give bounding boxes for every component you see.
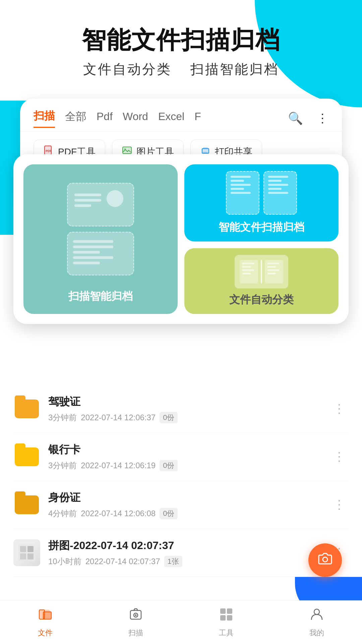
item-name-jiashizheng: 驾驶证 <box>48 394 322 409</box>
tools-nav-icon <box>219 607 234 625</box>
scan-archive-label: 扫描智能归档 <box>68 289 133 304</box>
nav-item-scan[interactable]: 扫描 <box>90 607 181 638</box>
svg-rect-22 <box>27 546 34 552</box>
nav-item-files[interactable]: 文件 <box>0 607 90 638</box>
doc-illustration <box>67 232 134 275</box>
sub-title-left: 文件自动分类 <box>83 62 172 76</box>
svg-rect-35 <box>220 615 226 621</box>
folder-icon-shenfenzheng <box>13 491 40 518</box>
list-section: 驾驶证 3分钟前 2022-07-14 12:06:37 0份 ⋮ 银行卡 3分… <box>0 385 362 577</box>
tools-nav-label: 工具 <box>219 628 234 638</box>
tab-word[interactable]: Word <box>123 110 148 126</box>
svg-rect-36 <box>227 615 232 621</box>
folder-shape-light <box>15 447 39 466</box>
files-nav-label: 文件 <box>38 628 53 638</box>
folder-shape-open <box>15 495 39 514</box>
scan-nav-icon <box>128 607 143 625</box>
sub-title: 文件自动分类 扫描智能归档 <box>20 60 342 78</box>
doc2 <box>263 171 297 215</box>
auto-classify-card[interactable]: 文件自动分类 <box>184 248 339 314</box>
item-count-yinhangka: 0份 <box>160 460 178 471</box>
bottom-nav: 文件 扫描 工具 <box>0 600 362 644</box>
more-options-icon[interactable]: ⋮ <box>316 111 328 125</box>
svg-rect-8 <box>203 147 208 149</box>
svg-point-25 <box>323 557 327 562</box>
tab-bar: 扫描 全部 Pdf Word Excel F 🔍 ⋮ <box>20 99 342 131</box>
list-item-yinhangka: 银行卡 3分钟前 2022-07-14 12:06:19 0份 ⋮ <box>13 433 349 481</box>
mine-nav-icon <box>309 607 324 625</box>
svg-point-37 <box>314 609 319 614</box>
list-item-content-shenfenzheng[interactable]: 身份证 4分钟前 2022-07-14 12:06:08 0份 <box>48 490 322 519</box>
two-docs-illustration <box>226 171 297 215</box>
thumb-image <box>13 539 40 566</box>
item-time-shenfenzheng: 4分钟前 <box>48 508 77 519</box>
book-page-left <box>240 260 258 283</box>
item-date-pintu: 2022-07-14 02:07:37 <box>85 557 160 566</box>
tab-f[interactable]: F <box>194 110 201 126</box>
id-card-lines <box>74 194 101 207</box>
tab-scan[interactable]: 扫描 <box>34 109 55 128</box>
item-name-shenfenzheng: 身份证 <box>48 490 322 505</box>
list-item-content-yinhangka[interactable]: 银行卡 3分钟前 2022-07-14 12:06:19 0份 <box>48 442 322 471</box>
svg-rect-28 <box>43 612 51 619</box>
list-item-content-jiashizheng[interactable]: 驾驶证 3分钟前 2022-07-14 12:06:37 0份 <box>48 394 322 423</box>
id-card-illustration <box>67 183 134 226</box>
tab-excel[interactable]: Excel <box>158 110 184 126</box>
book-page-right <box>265 260 283 283</box>
camera-fab-button[interactable] <box>308 543 342 577</box>
sub-title-right: 扫描智能归档 <box>190 62 279 76</box>
smart-scan-card[interactable]: 智能文件扫描归档 <box>184 164 339 241</box>
svg-point-32 <box>135 614 137 616</box>
item-name-yinhangka: 银行卡 <box>48 442 322 457</box>
item-meta-jiashizheng: 3分钟前 2022-07-14 12:06:37 0份 <box>48 412 322 423</box>
auto-classify-label: 文件自动分类 <box>229 292 294 307</box>
scan-archive-card[interactable]: 扫描智能归档 <box>23 164 178 314</box>
svg-rect-9 <box>203 152 208 154</box>
right-column: 智能文件扫描归档 文件自动分类 <box>184 164 339 314</box>
list-item-content-pintu[interactable]: 拼图-2022-07-14 02:07:37 10小时前 2022-07-14 … <box>48 538 322 567</box>
svg-rect-24 <box>27 553 34 559</box>
folder-shape <box>15 399 39 418</box>
svg-rect-3 <box>123 147 131 154</box>
svg-rect-33 <box>220 608 226 614</box>
scan-nav-label: 扫描 <box>128 628 143 638</box>
folder-icon-yinhangka <box>13 443 40 470</box>
item-count-jiashizheng: 0份 <box>160 412 178 423</box>
item-meta-pintu: 10小时前 2022-07-14 02:07:37 1张 <box>48 556 322 567</box>
item-name-pintu: 拼图-2022-07-14 02:07:37 <box>48 538 322 553</box>
nav-item-mine[interactable]: 我的 <box>272 607 362 638</box>
camera-fab-icon <box>317 550 333 570</box>
item-meta-shenfenzheng: 4分钟前 2022-07-14 12:06:08 0份 <box>48 508 322 519</box>
more-menu-yinhangka[interactable]: ⋮ <box>330 446 349 467</box>
svg-rect-34 <box>227 608 232 614</box>
item-date-yinhangka: 2022-07-14 12:06:19 <box>81 461 156 470</box>
thumbnail-pintu <box>13 539 40 566</box>
search-icon[interactable]: 🔍 <box>288 111 303 125</box>
item-count-shenfenzheng: 0份 <box>160 508 178 519</box>
list-item: 驾驶证 3分钟前 2022-07-14 12:06:37 0份 ⋮ <box>13 385 349 433</box>
mine-nav-label: 我的 <box>309 628 324 638</box>
person-icon <box>107 190 123 207</box>
list-item-pintu: 拼图-2022-07-14 02:07:37 10小时前 2022-07-14 … <box>13 529 349 577</box>
book-spine <box>261 260 262 283</box>
item-meta-yinhangka: 3分钟前 2022-07-14 12:06:19 0份 <box>48 460 322 471</box>
svg-rect-21 <box>20 546 26 552</box>
feature-popup: 扫描智能归档 智能文件扫描归 <box>13 154 349 324</box>
header-section: 智能文件扫描归档 文件自动分类 扫描智能归档 <box>0 0 362 92</box>
smart-scan-label: 智能文件扫描归档 <box>219 220 304 235</box>
more-menu-shenfenzheng[interactable]: ⋮ <box>330 494 349 515</box>
svg-rect-23 <box>20 553 26 559</box>
item-count-pintu: 1张 <box>164 556 182 567</box>
nav-item-tools[interactable]: 工具 <box>181 607 272 638</box>
tab-pdf[interactable]: Pdf <box>97 110 113 126</box>
tab-all[interactable]: 全部 <box>65 109 86 127</box>
item-date-shenfenzheng: 2022-07-14 12:06:08 <box>81 509 156 518</box>
item-time-pintu: 10小时前 <box>48 556 81 567</box>
folder-icon-jiashizheng <box>13 395 40 422</box>
item-time-jiashizheng: 3分钟前 <box>48 412 77 423</box>
svg-text:PDF: PDF <box>46 149 52 153</box>
main-title: 智能文件扫描归档 <box>20 27 342 53</box>
files-nav-icon <box>38 607 53 625</box>
more-menu-jiashizheng[interactable]: ⋮ <box>330 398 349 419</box>
list-item-shenfenzheng: 身份证 4分钟前 2022-07-14 12:06:08 0份 ⋮ <box>13 481 349 529</box>
